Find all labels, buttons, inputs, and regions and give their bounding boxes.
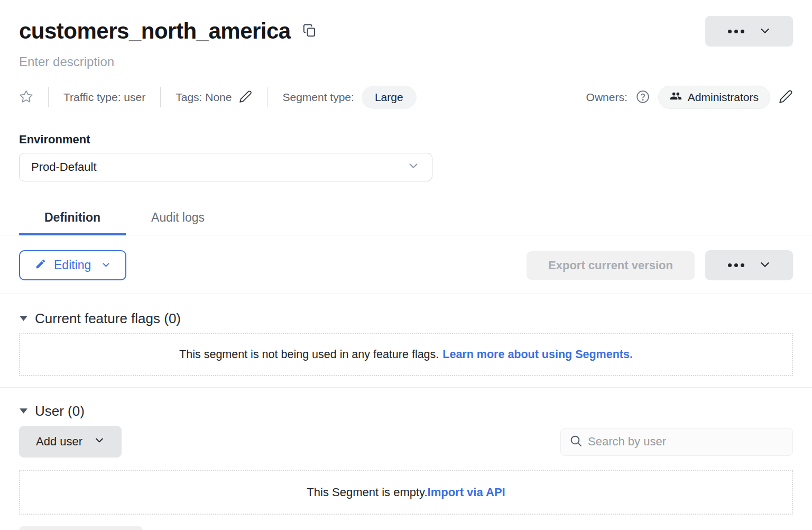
add-user-button[interactable]: Add user: [19, 426, 122, 458]
environment-select[interactable]: Prod-Default: [19, 153, 432, 181]
feature-flags-empty-text: This segment is not being used in any fe…: [179, 348, 439, 361]
add-user-label: Add user: [36, 435, 82, 449]
import-via-api-link[interactable]: Import via API: [428, 486, 505, 499]
environment-label: Environment: [19, 132, 793, 147]
segment-type-label: Segment type:: [282, 91, 354, 104]
chevron-down-icon: [94, 435, 105, 449]
segment-type-badge: Large: [362, 86, 417, 109]
header-more-menu-button[interactable]: [705, 16, 793, 47]
owners-value: Administrators: [688, 91, 759, 104]
segment-detail-page: customers_north_america Enter descriptio…: [0, 0, 812, 530]
environment-selected-option: Prod-Default: [31, 160, 97, 174]
page-title: customers_north_america: [19, 16, 291, 47]
user-search-box: [560, 428, 793, 456]
export-current-version-button[interactable]: Export current version: [527, 251, 695, 280]
chevron-down-icon: [102, 258, 110, 272]
meta-row: Traffic type: user Tags: None Segment ty…: [19, 86, 793, 109]
search-icon: [569, 434, 583, 450]
chevron-down-icon: [759, 25, 771, 38]
caret-down-icon[interactable]: [19, 407, 28, 415]
tab-bar: Definition Audit logs: [0, 203, 812, 235]
meta-divider: [48, 87, 49, 107]
user-search-input[interactable]: [588, 435, 784, 449]
owners-label: Owners:: [586, 91, 628, 104]
user-controls-row: Add user: [19, 426, 793, 458]
copy-icon: [302, 23, 317, 39]
meta-divider: [267, 87, 267, 107]
star-icon: [19, 89, 33, 105]
pencil-icon: [239, 90, 252, 105]
chevron-down-icon: [407, 159, 420, 176]
editing-dropdown-button[interactable]: Editing: [19, 250, 126, 280]
meta-divider: [160, 87, 161, 107]
tags-label: Tags: None: [176, 91, 232, 104]
chevron-down-icon: [759, 259, 771, 272]
learn-more-link[interactable]: Learn more about using Segments.: [442, 348, 633, 361]
page-header: customers_north_america: [19, 16, 793, 47]
definition-more-menu-button[interactable]: [705, 250, 793, 280]
feature-flags-section-title: Current feature flags (0): [35, 310, 181, 327]
edit-tags-button[interactable]: [239, 90, 252, 105]
question-circle-icon: [636, 90, 650, 105]
tab-audit-logs[interactable]: Audit logs: [126, 203, 230, 235]
owners-help-button[interactable]: [636, 90, 650, 105]
definition-toolbar: Editing Export current version: [19, 250, 793, 280]
favorite-star-button[interactable]: [19, 89, 33, 105]
user-section-header: User (0): [19, 403, 793, 419]
bottom-cutoff-button[interactable]: [19, 526, 143, 530]
ellipsis-icon: [728, 263, 744, 267]
description-placeholder[interactable]: Enter description: [19, 54, 793, 70]
ellipsis-icon: [728, 30, 744, 33]
user-section-title: User (0): [35, 403, 85, 419]
user-empty-text: This Segment is empty.: [307, 486, 427, 499]
user-empty-state: This Segment is empty. Import via API: [19, 470, 793, 515]
copy-title-button[interactable]: [302, 23, 317, 39]
caret-down-icon[interactable]: [19, 315, 28, 322]
section-divider: [0, 387, 812, 388]
pencil-icon: [35, 258, 47, 273]
feature-flags-section-header: Current feature flags (0): [19, 310, 793, 327]
section-divider: [0, 294, 812, 294]
edit-owners-button[interactable]: [779, 89, 793, 105]
owners-chip: Administrators: [658, 86, 770, 109]
pencil-icon: [779, 89, 793, 105]
editing-label: Editing: [54, 258, 91, 272]
traffic-type-label: Traffic type: user: [63, 91, 145, 104]
people-icon: [670, 90, 682, 105]
tab-definition[interactable]: Definition: [19, 203, 126, 235]
feature-flags-empty-state: This segment is not being used in any fe…: [19, 333, 793, 376]
